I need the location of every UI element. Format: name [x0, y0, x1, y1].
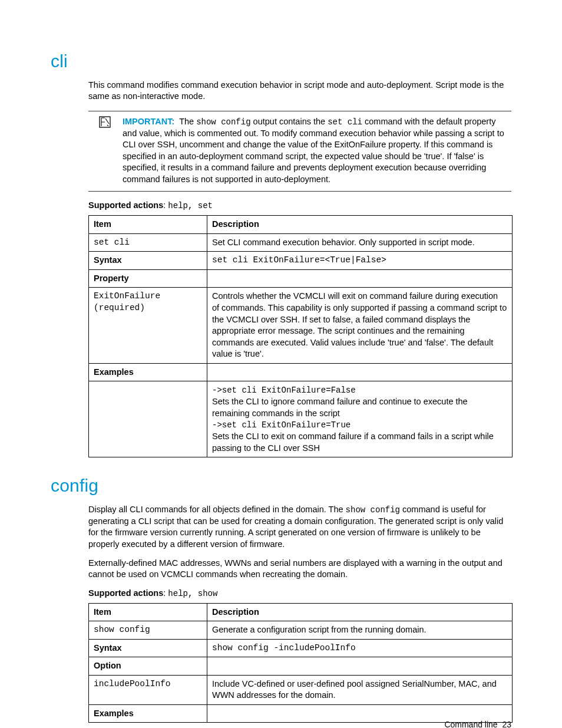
- cli-table: Item Description set cli Set CLI command…: [88, 215, 513, 457]
- table-row: ->set cli ExitOnFailure=False Sets the C…: [89, 381, 513, 457]
- config-r2c1: Syntax: [89, 639, 207, 657]
- cli-ex2-cmd: ->set cli ExitOnFailure=True: [212, 420, 351, 430]
- table-row: Property: [89, 269, 513, 288]
- important-text: IMPORTANT: The show config output contai…: [123, 116, 511, 186]
- cli-r4c1: ExitOnFailure (required): [89, 288, 207, 363]
- cli-ex-cell: ->set cli ExitOnFailure=False Sets the C…: [207, 381, 513, 457]
- config-r3c2: [207, 657, 513, 676]
- cli-supported-values: help, set: [168, 201, 213, 210]
- footer-text: Command line: [444, 720, 497, 728]
- cli-ex2-txt: Sets the CLI to exit on command failure …: [212, 431, 494, 453]
- table-row: Option: [89, 657, 513, 676]
- table-row: show config Generate a configuration scr…: [89, 621, 513, 640]
- config-r2c2: show config -includePoolInfo: [207, 639, 513, 657]
- heading-cli: cli: [51, 50, 511, 74]
- config-p2: Externally-defined MAC addresses, WWNs a…: [88, 558, 511, 581]
- config-table-h1: Item: [89, 603, 207, 621]
- important-pre: The: [179, 117, 196, 126]
- config-table: Item Description show config Generate a …: [88, 603, 513, 723]
- page: cli This command modifies command execut…: [0, 0, 562, 728]
- cli-intro: This command modifies command execution …: [88, 80, 511, 103]
- cli-r1c1: set cli: [89, 233, 207, 252]
- important-box: IMPORTANT: The show config output contai…: [88, 111, 511, 192]
- table-row: ExitOnFailure (required) Controls whethe…: [89, 288, 513, 363]
- cli-supported-actions: Supported actions: help, set: [88, 200, 511, 212]
- table-row: includePoolInfo Include VC-defined or us…: [89, 675, 513, 704]
- cli-ex-left: [89, 381, 207, 457]
- cli-r3c2: [207, 269, 513, 288]
- config-supported-label: Supported actions: [88, 588, 163, 598]
- cli-r5c1: Examples: [89, 363, 207, 381]
- important-code1: show config: [196, 117, 250, 127]
- cli-ex1-cmd: ->set cli ExitOnFailure=False: [212, 386, 356, 395]
- config-supported-actions: Supported actions: help, show: [88, 588, 511, 599]
- cli-table-h1: Item: [89, 216, 207, 234]
- config-r4c2: Include VC-defined or user-defined pool …: [207, 675, 513, 704]
- important-mid1: output contains the: [251, 117, 328, 126]
- table-row: set cli Set CLI command execution behavi…: [89, 233, 513, 252]
- config-r5c1: Examples: [89, 704, 207, 723]
- cli-table-h2: Description: [207, 216, 513, 234]
- config-p1-code: show config: [346, 505, 400, 515]
- config-p1-pre: Display all CLI commands for all objects…: [88, 505, 346, 514]
- page-footer: Command line 23: [444, 719, 511, 728]
- important-code2: set cli: [328, 117, 362, 127]
- table-row: Syntax set cli ExitOnFailure=<True|False…: [89, 252, 513, 270]
- heading-config: config: [51, 474, 511, 498]
- config-r1c1: show config: [89, 621, 207, 640]
- config-table-h2: Description: [207, 603, 513, 621]
- cli-r3c1: Property: [89, 269, 207, 288]
- cli-supported-label: Supported actions: [88, 200, 163, 210]
- cli-r2c1: Syntax: [89, 252, 207, 270]
- config-r3c1: Option: [89, 657, 207, 676]
- cli-r5c2: [207, 363, 513, 381]
- important-label: IMPORTANT:: [123, 117, 174, 126]
- config-r4c1: includePoolInfo: [89, 675, 207, 704]
- important-tail: command with the default property and va…: [123, 117, 504, 184]
- important-icon: [99, 116, 111, 128]
- cli-r2c2: set cli ExitOnFailure=<True|False>: [207, 252, 513, 270]
- config-p1: Display all CLI commands for all objects…: [88, 504, 511, 551]
- cli-r4c2: Controls whether the VCMCLI will exit on…: [207, 288, 513, 363]
- footer-page: 23: [502, 720, 511, 728]
- table-row: Item Description: [89, 216, 513, 234]
- cli-ex1-txt: Sets the CLI to ignore command failure a…: [212, 397, 468, 418]
- cli-r1c2: Set CLI command execution behavior. Only…: [207, 233, 513, 252]
- config-supported-values: help, show: [168, 589, 217, 598]
- table-row: Syntax show config -includePoolInfo: [89, 639, 513, 657]
- table-row: Examples: [89, 363, 513, 381]
- table-row: Item Description: [89, 603, 513, 621]
- config-r1c2: Generate a configuration script from the…: [207, 621, 513, 640]
